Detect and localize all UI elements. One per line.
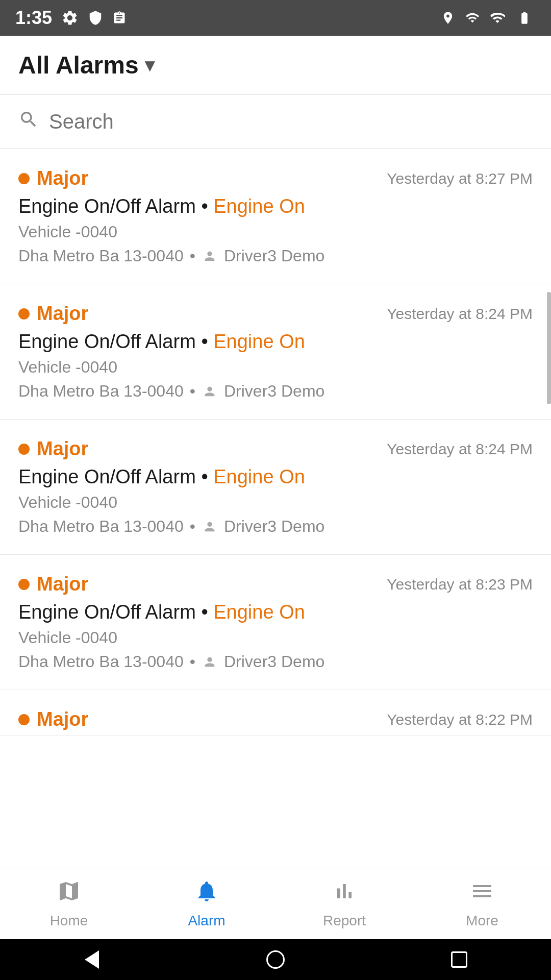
- alarm-location-row: Dha Metro Ba 13-0040 • Driver3 Demo: [18, 517, 533, 536]
- status-bar: 1:35: [0, 0, 551, 36]
- alarm-time: Yesterday at 8:24 PM: [387, 305, 533, 323]
- driver-person-icon: [202, 519, 218, 535]
- back-triangle-icon: [85, 950, 99, 969]
- shield-icon: [88, 9, 103, 27]
- nav-home[interactable]: Home: [0, 868, 138, 939]
- alarm-separator: •: [201, 466, 213, 487]
- home-button[interactable]: [263, 947, 288, 972]
- severity-label: Major: [37, 573, 88, 595]
- nav-report[interactable]: Report: [276, 868, 413, 939]
- bottom-nav: Home Alarm Report More: [0, 868, 551, 939]
- alarm-status: Engine On: [213, 331, 305, 352]
- alarm-item[interactable]: Major Yesterday at 8:22 PM: [0, 690, 551, 736]
- severity-dot-icon: [18, 714, 30, 725]
- recents-square-icon: [451, 951, 467, 968]
- signal-icon: [490, 10, 505, 26]
- all-alarms-title: All Alarms: [18, 51, 139, 79]
- alarm-location-row: Dha Metro Ba 13-0040 • Driver3 Demo: [18, 382, 533, 401]
- alarm-vehicle: Vehicle -0040: [18, 358, 533, 377]
- chevron-down-icon[interactable]: ▾: [145, 55, 154, 76]
- status-left: 1:35: [15, 7, 127, 29]
- nav-report-label: Report: [323, 913, 366, 929]
- search-icon: [18, 109, 39, 134]
- alarm-time: Yesterday at 8:27 PM: [387, 170, 533, 187]
- alarm-location: Dha Metro Ba 13-0040: [18, 382, 184, 401]
- alarm-status: Engine On: [213, 466, 305, 487]
- alarm-type-row: Engine On/Off Alarm • Engine On: [18, 331, 533, 353]
- alarm-type-name: Engine On/Off Alarm: [18, 466, 196, 487]
- alarm-item[interactable]: Major Yesterday at 8:23 PM Engine On/Off…: [0, 555, 551, 690]
- nav-more-label: More: [466, 913, 498, 929]
- battery-icon: [513, 11, 536, 25]
- settings-icon: [61, 9, 79, 27]
- back-button[interactable]: [79, 947, 105, 972]
- alarm-driver: Driver3 Demo: [224, 382, 324, 401]
- alarm-list: Major Yesterday at 8:27 PM Engine On/Off…: [0, 149, 551, 736]
- alarm-separator: •: [201, 195, 213, 217]
- bullet-separator: •: [190, 517, 195, 536]
- alarm-vehicle: Vehicle -0040: [18, 493, 533, 512]
- recents-button[interactable]: [446, 947, 472, 972]
- alarm-type-row: Engine On/Off Alarm • Engine On: [18, 195, 533, 217]
- nav-alarm[interactable]: Alarm: [138, 868, 276, 939]
- alarm-type-name: Engine On/Off Alarm: [18, 331, 196, 352]
- nav-home-label: Home: [50, 913, 88, 929]
- alarm-severity: Major: [18, 303, 88, 325]
- severity-dot-icon: [18, 579, 30, 590]
- report-chart-icon: [332, 879, 357, 909]
- clipboard-icon: [112, 9, 127, 27]
- severity-label: Major: [37, 303, 88, 325]
- alarm-separator: •: [201, 601, 213, 623]
- location-icon: [441, 9, 455, 27]
- nav-alarm-label: Alarm: [188, 913, 225, 929]
- severity-dot-icon: [18, 308, 30, 320]
- more-menu-icon: [470, 879, 494, 909]
- alarm-type-row: Engine On/Off Alarm • Engine On: [18, 466, 533, 488]
- alarm-location: Dha Metro Ba 13-0040: [18, 652, 184, 671]
- status-time: 1:35: [15, 7, 52, 29]
- search-input[interactable]: [49, 110, 533, 133]
- android-nav-bar: [0, 939, 551, 980]
- alarm-driver: Driver3 Demo: [224, 652, 324, 671]
- home-circle-icon: [266, 950, 285, 969]
- bullet-separator: •: [190, 247, 195, 265]
- alarm-header-row: Major Yesterday at 8:22 PM: [18, 708, 533, 730]
- nav-more[interactable]: More: [413, 868, 551, 939]
- alarm-type-name: Engine On/Off Alarm: [18, 601, 196, 623]
- alarm-time: Yesterday at 8:23 PM: [387, 576, 533, 593]
- status-right: [441, 9, 536, 27]
- header: All Alarms ▾: [0, 36, 551, 95]
- header-title[interactable]: All Alarms ▾: [18, 51, 154, 79]
- alarm-separator: •: [201, 331, 213, 352]
- alarm-location-row: Dha Metro Ba 13-0040 • Driver3 Demo: [18, 652, 533, 671]
- driver-person-icon: [202, 248, 218, 264]
- alarm-location-row: Dha Metro Ba 13-0040 • Driver3 Demo: [18, 247, 533, 265]
- alarm-header-row: Major Yesterday at 8:24 PM: [18, 303, 533, 325]
- alarm-status: Engine On: [213, 601, 305, 623]
- alarm-list-container: Major Yesterday at 8:27 PM Engine On/Off…: [0, 149, 551, 736]
- alarm-severity: Major: [18, 167, 88, 189]
- scroll-indicator: [547, 292, 551, 404]
- alarm-severity: Major: [18, 573, 88, 595]
- alarm-header-row: Major Yesterday at 8:23 PM: [18, 573, 533, 595]
- alarm-time: Yesterday at 8:24 PM: [387, 440, 533, 458]
- severity-label: Major: [37, 438, 88, 460]
- alarm-status: Engine On: [213, 195, 305, 217]
- severity-label: Major: [37, 167, 88, 189]
- home-map-icon: [57, 879, 81, 909]
- alarm-severity: Major: [18, 438, 88, 460]
- alarm-vehicle: Vehicle -0040: [18, 223, 533, 241]
- alarm-severity: Major: [18, 708, 88, 730]
- alarm-bell-icon: [194, 879, 219, 909]
- alarm-driver: Driver3 Demo: [224, 247, 324, 265]
- alarm-driver: Driver3 Demo: [224, 517, 324, 536]
- driver-person-icon: [202, 383, 218, 400]
- bullet-separator: •: [190, 652, 195, 671]
- alarm-time: Yesterday at 8:22 PM: [387, 711, 533, 728]
- severity-label: Major: [37, 708, 88, 730]
- alarm-item[interactable]: Major Yesterday at 8:24 PM Engine On/Off…: [0, 284, 551, 420]
- alarm-item[interactable]: Major Yesterday at 8:24 PM Engine On/Off…: [0, 420, 551, 555]
- driver-person-icon: [202, 654, 218, 670]
- alarm-item[interactable]: Major Yesterday at 8:27 PM Engine On/Off…: [0, 149, 551, 284]
- bullet-separator: •: [190, 382, 195, 401]
